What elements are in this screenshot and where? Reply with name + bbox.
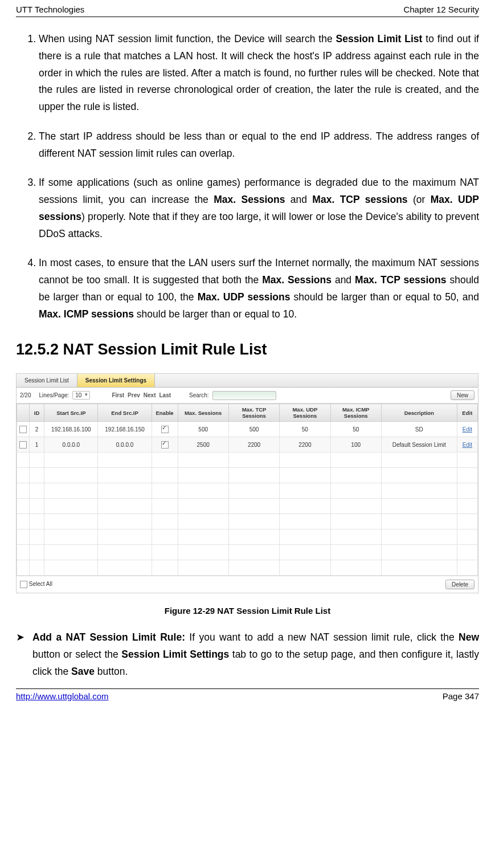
- col-edit: Edit: [457, 404, 477, 422]
- edit-link[interactable]: Edit: [463, 442, 472, 448]
- embedded-screenshot: Session Limit List Session Limit Setting…: [16, 373, 478, 593]
- bold-text: Max. Sessions: [214, 194, 285, 205]
- text: to find out if there is a rule that matc…: [39, 33, 479, 112]
- text: (or: [408, 194, 431, 205]
- table-body: 2 192.168.16.100 192.168.16.150 500 500 …: [17, 422, 478, 576]
- bold-text: Max. UDP sessions: [198, 291, 291, 303]
- text: and: [285, 194, 312, 205]
- figure-caption: Figure 12-29 NAT Session Limit Rule List: [16, 606, 479, 616]
- header-left: UTT Technologies: [16, 5, 84, 14]
- table-row-empty: [17, 499, 478, 514]
- page-header: UTT Technologies Chapter 12 Security: [16, 0, 479, 17]
- bold-text: Save: [71, 666, 95, 677]
- record-count: 2/20: [20, 392, 31, 398]
- text: should be larger than or equal to 10.: [134, 308, 297, 320]
- bullet-body: Add a NAT Session Limit Rule: If you wan…: [32, 629, 479, 680]
- cell-desc: SD: [381, 422, 457, 437]
- col-max-icmp: Max. ICMP Sessions: [330, 404, 381, 422]
- page-footer: http://www.uttglobal.com Page 347: [16, 688, 479, 701]
- text: When using NAT session limit function, t…: [39, 33, 336, 44]
- bold-text: Max. TCP sessions: [355, 274, 446, 286]
- col-start-ip: Start Src.IP: [44, 404, 98, 422]
- cell-tcp: 500: [228, 422, 279, 437]
- table-row-empty: [17, 453, 478, 468]
- bold-text: Session Limit List: [336, 33, 423, 44]
- pager-first[interactable]: First: [112, 392, 124, 398]
- lines-per-page-select[interactable]: 10: [72, 391, 90, 400]
- select-all-wrapper: Select All: [20, 581, 52, 588]
- row-checkbox[interactable]: [19, 426, 27, 433]
- delete-button[interactable]: Delete: [445, 580, 474, 589]
- cell-max: 500: [178, 422, 228, 437]
- table-row: 2 192.168.16.100 192.168.16.150 500 500 …: [17, 422, 478, 437]
- table-row-empty: [17, 514, 478, 529]
- pager-prev[interactable]: Prev: [128, 392, 140, 398]
- bullet-marker-icon: ➤: [16, 629, 24, 680]
- tab-session-limit-settings[interactable]: Session Limit Settings: [77, 374, 155, 387]
- text: If you want to add a new NAT session lim…: [185, 631, 459, 643]
- lines-per-page-label: Lines/Page:: [39, 392, 69, 398]
- table-row-empty: [17, 560, 478, 576]
- header-right: Chapter 12 Security: [403, 5, 479, 14]
- text: button.: [95, 666, 128, 677]
- text: should be larger than or equal to 50, an…: [290, 291, 479, 303]
- bold-text: New: [459, 631, 479, 643]
- table-row-empty: [17, 529, 478, 545]
- edit-link[interactable]: Edit: [463, 426, 472, 433]
- col-max-sessions: Max. Sessions: [178, 404, 228, 422]
- bold-text: Session Limit Settings: [121, 649, 229, 660]
- col-checkbox: [17, 404, 30, 422]
- text: and: [332, 274, 355, 286]
- bold-text: Max. ICMP sessions: [39, 308, 134, 320]
- footer-page: Page 347: [443, 691, 479, 701]
- enable-checkbox[interactable]: [161, 426, 169, 433]
- bullet-item: ➤ Add a NAT Session Limit Rule: If you w…: [16, 629, 479, 680]
- cell-end-ip: 192.168.16.150: [98, 422, 152, 437]
- cell-udp: 50: [280, 422, 330, 437]
- col-max-tcp: Max. TCP Sessions: [228, 404, 279, 422]
- col-description: Description: [381, 404, 457, 422]
- cell-start-ip: 192.168.16.100: [44, 422, 98, 437]
- col-end-ip: End Src.IP: [98, 404, 152, 422]
- pager-next[interactable]: Next: [144, 392, 156, 398]
- section-heading: 12.5.2 NAT Session Limit Rule List: [16, 341, 479, 358]
- select-all-label: Select All: [29, 581, 52, 587]
- list-item-4: In most cases, to ensure that the LAN us…: [39, 255, 479, 323]
- cell-id: 2: [29, 422, 44, 437]
- list-item-2: The start IP address should be less than…: [39, 128, 479, 162]
- table-footer: Select All Delete: [17, 576, 478, 593]
- col-id: ID: [29, 404, 44, 422]
- table-row: 1 0.0.0.0 0.0.0.0 2500 2200 2200 100 Def…: [17, 437, 478, 453]
- select-all-checkbox[interactable]: [20, 581, 27, 588]
- cell-start-ip: 0.0.0.0: [44, 437, 98, 453]
- table-row-empty: [17, 483, 478, 499]
- session-limit-table: ID Start Src.IP End Src.IP Enable Max. S…: [17, 404, 478, 576]
- cell-end-ip: 0.0.0.0: [98, 437, 152, 453]
- toolbar: 2/20 Lines/Page: 10 First Prev Next Last…: [17, 388, 478, 404]
- table-row-empty: [17, 468, 478, 483]
- search-input[interactable]: [212, 391, 276, 400]
- cell-desc: Default Session Limit: [381, 437, 457, 453]
- cell-icmp: 50: [330, 422, 381, 437]
- row-checkbox[interactable]: [19, 441, 27, 449]
- list-item-1: When using NAT session limit function, t…: [39, 31, 479, 116]
- text: ) properly. Note that if they are too la…: [39, 211, 479, 239]
- cell-icmp: 100: [330, 437, 381, 453]
- tab-session-limit-list[interactable]: Session Limit List: [17, 374, 77, 387]
- cell-max: 2500: [178, 437, 228, 453]
- bold-text: Max. TCP sessions: [312, 194, 407, 205]
- numbered-list: When using NAT session limit function, t…: [16, 31, 479, 323]
- text: The start IP address should be less than…: [39, 131, 479, 159]
- pager-last[interactable]: Last: [159, 392, 171, 398]
- col-max-udp: Max. UDP Sessions: [280, 404, 330, 422]
- search-label: Search:: [189, 392, 208, 398]
- new-button[interactable]: New: [451, 390, 474, 400]
- enable-checkbox[interactable]: [161, 441, 169, 449]
- bold-text: Max. Sessions: [262, 274, 332, 286]
- col-enable: Enable: [152, 404, 178, 422]
- cell-tcp: 2200: [228, 437, 279, 453]
- list-item-3: If some applications (such as online gam…: [39, 174, 479, 242]
- footer-url[interactable]: http://www.uttglobal.com: [16, 691, 109, 701]
- text: button or select the: [32, 649, 121, 660]
- cell-udp: 2200: [280, 437, 330, 453]
